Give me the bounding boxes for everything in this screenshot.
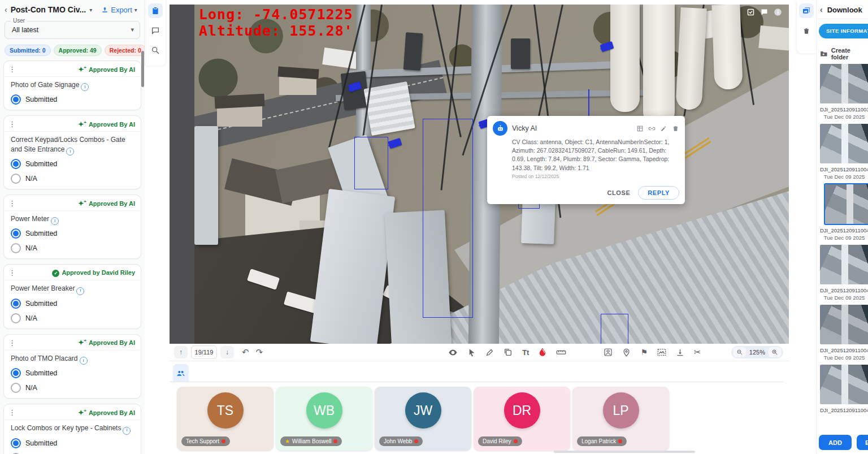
radio-icon[interactable]	[11, 94, 21, 105]
text-tool-icon[interactable]: Tt	[522, 348, 529, 357]
export-button[interactable]: EXP	[857, 435, 868, 450]
chevron-down-icon[interactable]: ▾	[89, 7, 92, 13]
radio-option[interactable]: N/A	[4, 311, 141, 328]
scrollbar-thumb[interactable]	[141, 51, 144, 87]
export-button[interactable]: Export ▾	[101, 6, 137, 14]
media-thumbnail-item[interactable]: DJI_20251209110041 Tue Dec 09 2025	[820, 245, 868, 301]
kebab-menu-icon[interactable]: ⋮	[8, 339, 16, 347]
thumbnail-image[interactable]	[820, 124, 868, 163]
comment-icon[interactable]	[760, 8, 769, 16]
image-viewer[interactable]: Long: -74.0571225Altitude: 155.28' Vicky…	[170, 5, 789, 344]
radio-icon[interactable]	[11, 438, 21, 448]
close-button[interactable]: CLOSE	[607, 189, 630, 196]
radio-option[interactable]: N/A	[4, 241, 141, 258]
thumbnail-image[interactable]	[820, 305, 868, 344]
prev-image-button[interactable]: ↑	[174, 346, 188, 358]
kebab-menu-icon[interactable]: ⋮	[8, 269, 16, 277]
info-icon[interactable]: i	[76, 287, 84, 295]
cv-bounding-box[interactable]	[354, 137, 388, 189]
radio-icon[interactable]	[11, 174, 21, 184]
media-thumbnail-item[interactable]: DJI_20251209110049	[820, 365, 868, 413]
radio-option[interactable]: Submitted	[4, 226, 141, 241]
person-card[interactable]: WB ★ William Boswell	[276, 387, 372, 451]
kebab-menu-icon[interactable]: ⋮	[8, 120, 16, 128]
thumbnail-image[interactable]	[820, 64, 868, 103]
info-icon[interactable]: i	[123, 427, 131, 435]
person-card[interactable]: DR ★ David Riley	[474, 387, 570, 451]
info-icon[interactable]	[774, 8, 782, 16]
radio-icon[interactable]	[11, 299, 21, 309]
person-card[interactable]: JW ★ John Webb	[375, 387, 471, 451]
image-region-icon[interactable]	[657, 348, 666, 356]
info-icon[interactable]: i	[80, 357, 88, 365]
radio-icon[interactable]	[11, 383, 21, 393]
thumbnail-image[interactable]	[824, 184, 868, 224]
checkbox-icon[interactable]	[747, 8, 755, 16]
back-chevron-icon[interactable]: ‹	[5, 5, 7, 14]
zoom-in-button[interactable]	[769, 347, 781, 357]
people-tab[interactable]	[173, 364, 189, 382]
redo-icon[interactable]: ↷	[256, 347, 263, 357]
zoom-out-button[interactable]	[734, 347, 746, 357]
visibility-icon[interactable]	[448, 348, 458, 357]
person-card[interactable]: LP ★ Logan Patrick	[572, 387, 669, 451]
radio-option[interactable]: Submitted	[4, 366, 141, 381]
info-icon[interactable]: i	[51, 217, 59, 225]
create-folder-button[interactable]: Create folder	[820, 47, 868, 60]
person-card[interactable]: TS ★ Tech Support	[177, 387, 274, 451]
radio-icon[interactable]	[11, 368, 21, 378]
checklist-tab-button[interactable]	[148, 3, 163, 18]
scissors-icon[interactable]: ✂	[694, 347, 701, 357]
drone-photo[interactable]: Long: -74.0571225Altitude: 155.28' Vicky…	[194, 5, 789, 344]
search-tab-button[interactable]	[148, 43, 163, 58]
thumbnail-image[interactable]	[820, 365, 868, 404]
radio-option[interactable]: Submitted	[4, 157, 141, 171]
info-icon[interactable]: i	[81, 83, 89, 91]
undo-icon[interactable]: ↶	[242, 347, 249, 357]
radio-option[interactable]: Submitted	[4, 296, 141, 311]
horizontal-scrollbar[interactable]	[554, 451, 695, 453]
radio-option[interactable]: N/A	[4, 171, 141, 189]
kebab-menu-icon[interactable]: ⋮	[8, 199, 16, 207]
flag-icon[interactable]: ⚑	[640, 348, 648, 357]
site-information-button[interactable]: SITE INFORMATION	[819, 24, 868, 38]
edit-icon[interactable]	[660, 125, 667, 132]
kebab-menu-icon[interactable]: ⋮	[8, 408, 16, 417]
cv-bounding-box[interactable]	[601, 314, 628, 344]
pencil-icon[interactable]	[485, 348, 494, 357]
radio-icon[interactable]	[11, 228, 21, 239]
grid-icon[interactable]	[636, 125, 644, 132]
radio-option[interactable]: N/A	[4, 451, 141, 454]
next-image-button[interactable]: ↓	[220, 346, 234, 358]
media-thumbnail-item[interactable]: DJI_20251209110040 Tue Dec 09 2025	[820, 184, 868, 241]
add-button[interactable]: ADD	[819, 435, 852, 450]
rejected-badge[interactable]: Rejected: 0	[105, 45, 145, 56]
media-library-tab-button[interactable]	[799, 3, 814, 18]
trash-icon[interactable]	[672, 125, 679, 132]
shapes-icon[interactable]	[504, 348, 513, 357]
approved-badge[interactable]: Approved: 49	[54, 45, 102, 56]
radio-icon[interactable]	[11, 313, 21, 323]
radio-option[interactable]: Submitted	[4, 436, 141, 451]
radio-option[interactable]: Submitted	[4, 92, 141, 110]
project-title[interactable]: Post-Con TMO Civ...	[11, 5, 86, 14]
radio-icon[interactable]	[11, 159, 21, 169]
download-icon[interactable]	[676, 348, 684, 357]
info-icon[interactable]: i	[66, 148, 74, 155]
radio-icon[interactable]	[11, 243, 21, 253]
droplet-icon[interactable]	[539, 348, 546, 357]
user-filter-select[interactable]: User All latest ▾	[5, 21, 140, 39]
link-icon[interactable]	[648, 125, 656, 132]
submitted-badge[interactable]: Submitted: 0	[5, 45, 51, 56]
reply-button[interactable]: REPLY	[638, 186, 679, 200]
back-chevron-icon[interactable]: ‹	[820, 5, 823, 14]
thumbnail-image[interactable]	[820, 245, 868, 284]
person-pin-icon[interactable]	[604, 348, 613, 357]
delete-tab-button[interactable]	[799, 24, 814, 38]
image-counter[interactable]: 19/119	[191, 345, 217, 359]
media-thumbnail-item[interactable]: DJI_20251209110039 Tue Dec 09 2025	[820, 64, 868, 120]
cv-bounding-box[interactable]	[423, 119, 473, 318]
media-thumbnail-item[interactable]: DJI_20251209110042 Tue Dec 09 2025	[820, 305, 868, 361]
radio-option[interactable]: N/A	[4, 381, 141, 398]
comments-tab-button[interactable]	[148, 23, 163, 38]
